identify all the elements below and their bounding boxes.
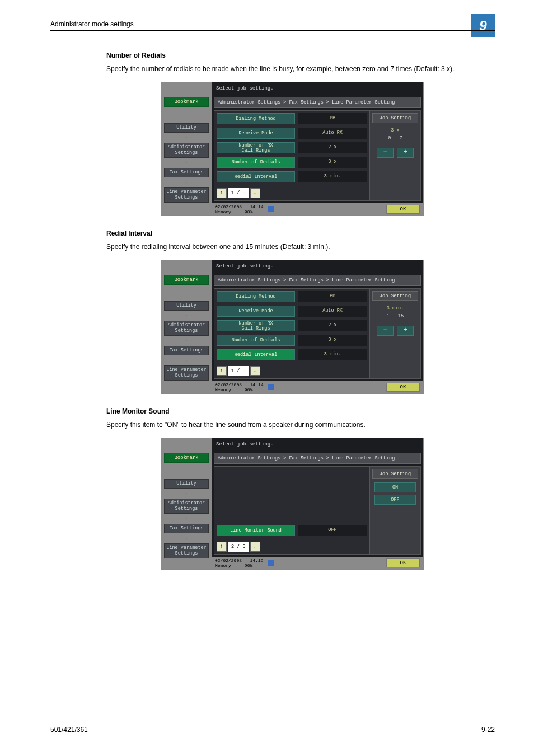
job-setting-header: Job Setting [372, 291, 418, 301]
sidebar-item-admin[interactable]: Administrator Settings [164, 499, 209, 514]
param-redial-interval[interactable]: Redial Interval [217, 349, 295, 360]
sidebar-item-line[interactable]: Line Parameter Settings [164, 365, 209, 381]
param-interval-value: 3 min. [298, 171, 367, 182]
sidebar-arrow-icon: ↓ [161, 311, 212, 319]
param-number-of-redials[interactable]: Number of Redials [217, 335, 295, 346]
page-up-button[interactable]: ↑ [217, 366, 227, 376]
page-up-button[interactable]: ↑ [217, 188, 227, 198]
panel-sidebar: Bookmark Utility ↓ Administrator Setting… [161, 260, 212, 393]
panel-sidebar: Bookmark Utility ↓ Administrator Setting… [161, 438, 212, 569]
on-button[interactable]: ON [374, 482, 416, 492]
sidebar-arrow-icon: ↓ [161, 336, 212, 344]
page-up-button[interactable]: ↑ [217, 542, 227, 552]
sidebar-item-fax[interactable]: Fax Settings [164, 524, 209, 533]
status-memory: 90% [245, 209, 252, 214]
page-down-button[interactable]: ↓ [250, 542, 260, 552]
ok-button[interactable]: OK [386, 383, 420, 392]
footer-model: 501/421/361 [50, 726, 88, 734]
sidebar-item-admin[interactable]: Administrator Settings [164, 321, 209, 336]
job-range: 1 - 15 [372, 312, 418, 322]
bookmark-button[interactable]: Bookmark [164, 453, 209, 463]
chapter-number-badge: 9 [471, 14, 495, 37]
bookmark-button[interactable]: Bookmark [164, 275, 209, 285]
decrement-button[interactable]: − [377, 148, 394, 158]
param-monitor-value: OFF [298, 525, 367, 536]
sidebar-item-fax[interactable]: Fax Settings [164, 346, 209, 355]
status-memory: 90% [245, 563, 252, 568]
status-memory-label: Memory [215, 387, 231, 392]
param-line-monitor-sound[interactable]: Line Monitor Sound [217, 525, 295, 536]
sidebar-arrow-icon: ↓ [161, 355, 212, 364]
status-date: 02/02/2008 [215, 558, 242, 563]
bookmark-button[interactable]: Bookmark [164, 97, 209, 107]
param-rxcalls-value: 2 x [298, 142, 367, 153]
job-setting-header: Job Setting [372, 113, 418, 123]
breadcrumb: Administrator Settings > Fax Settings > … [214, 453, 421, 464]
page-down-button[interactable]: ↓ [250, 188, 260, 198]
decrement-button[interactable]: − [377, 326, 394, 336]
status-date: 02/02/2008 [215, 382, 242, 387]
footer-page: 9-22 [481, 726, 495, 734]
page-indicator: 1 / 3 [228, 188, 249, 198]
param-number-of-redials[interactable]: Number of Redials [217, 157, 295, 168]
sidebar-arrow-icon: ↓ [161, 489, 212, 497]
increment-button[interactable]: + [397, 326, 414, 336]
status-time: 14:14 [250, 382, 263, 387]
param-receive-mode[interactable]: Receive Mode [217, 128, 295, 139]
param-rx-call-rings[interactable]: Number of RX Call Rings [217, 320, 295, 331]
param-redials-value: 3 x [298, 157, 367, 168]
job-setting-header: Job Setting [372, 469, 418, 479]
param-dialing-method[interactable]: Dialing Method [217, 113, 295, 124]
sidebar-arrow-icon: ↓ [161, 158, 212, 166]
job-current-value: 3 x [372, 126, 418, 134]
param-rxcalls-value: 2 x [298, 320, 367, 331]
ok-button[interactable]: OK [386, 558, 420, 567]
panel-prompt: Select job setting. [212, 82, 423, 97]
breadcrumb: Administrator Settings > Fax Settings > … [214, 97, 421, 108]
sidebar-arrow-icon: ↓ [161, 514, 212, 522]
sidebar-item-fax[interactable]: Fax Settings [164, 168, 209, 177]
header-rule [50, 30, 495, 31]
sidebar-arrow-icon: ↓ [161, 177, 212, 186]
page-down-button[interactable]: ↓ [250, 366, 260, 376]
heading-redial-interval: Redial Interval [106, 229, 478, 237]
param-redials-value: 3 x [298, 335, 367, 346]
job-current-value: 3 min. [372, 304, 418, 312]
panel-screenshot-redials: Bookmark Utility ↓ Administrator Setting… [161, 82, 424, 216]
panel-prompt: Select job setting. [212, 438, 423, 453]
body-number-of-redials: Specify the number of redials to be made… [106, 64, 478, 74]
page-indicator: 2 / 3 [228, 542, 249, 552]
status-date: 02/02/2008 [215, 204, 242, 209]
status-memory-label: Memory [215, 563, 231, 568]
sidebar-item-utility[interactable]: Utility [164, 479, 209, 489]
ok-button[interactable]: OK [386, 205, 420, 214]
param-dialing-method[interactable]: Dialing Method [217, 291, 295, 302]
panel-screenshot-interval: Bookmark Utility ↓ Administrator Setting… [161, 260, 424, 394]
sidebar-item-utility[interactable]: Utility [164, 301, 209, 311]
sidebar-item-line[interactable]: Line Parameter Settings [164, 543, 209, 558]
sidebar-arrow-icon: ↓ [161, 533, 212, 542]
sidebar-item-admin[interactable]: Administrator Settings [164, 143, 209, 158]
param-receive-value: Auto RX [298, 128, 367, 139]
status-icon [268, 560, 274, 566]
sidebar-arrow-icon: ↓ [161, 133, 212, 141]
param-redial-interval[interactable]: Redial Interval [217, 171, 295, 182]
param-receive-value: Auto RX [298, 306, 367, 317]
status-icon [268, 206, 274, 212]
status-time: 14:19 [250, 558, 263, 563]
status-icon [268, 384, 274, 390]
off-button[interactable]: OFF [374, 495, 416, 505]
param-dialing-value: PB [298, 113, 367, 124]
param-interval-value: 3 min. [298, 349, 367, 360]
body-redial-interval: Specify the redialing interval between o… [106, 242, 478, 252]
param-rx-call-rings[interactable]: Number of RX Call Rings [217, 142, 295, 153]
sidebar-item-utility[interactable]: Utility [164, 123, 209, 133]
panel-sidebar: Bookmark Utility ↓ Administrator Setting… [161, 82, 212, 215]
increment-button[interactable]: + [397, 148, 414, 158]
page-indicator: 1 / 3 [228, 366, 249, 376]
body-line-monitor-sound: Specify this item to "ON" to hear the li… [106, 420, 478, 430]
status-memory-label: Memory [215, 209, 231, 214]
param-receive-mode[interactable]: Receive Mode [217, 306, 295, 317]
heading-number-of-redials: Number of Redials [106, 51, 478, 59]
sidebar-item-line[interactable]: Line Parameter Settings [164, 187, 209, 203]
